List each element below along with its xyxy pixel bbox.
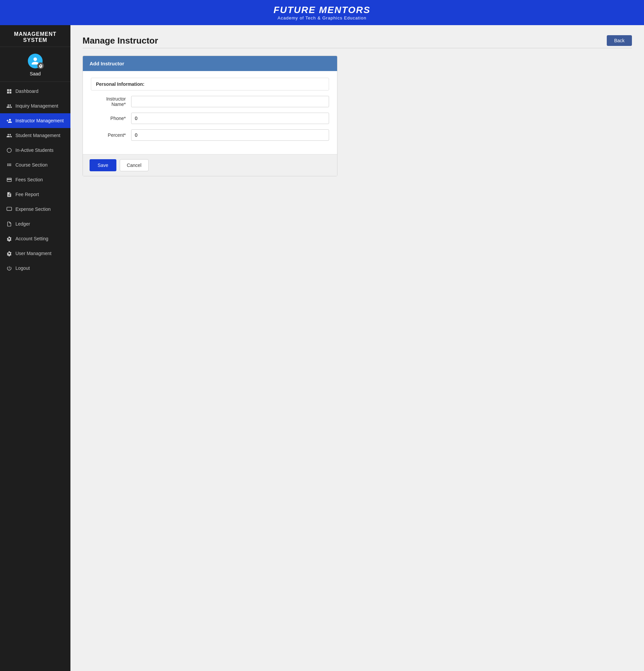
cancel-button[interactable]: Cancel [120, 159, 149, 171]
sidebar-item-feereport[interactable]: Fee Report [0, 187, 71, 202]
sidebar-label-instructor: Instructor Management [15, 118, 64, 123]
percent-input[interactable] [131, 129, 329, 141]
sidebar-label-feereport: Fee Report [15, 192, 39, 197]
sidebar-item-instructor[interactable]: Instructor Management [0, 113, 71, 128]
percent-group: Percent* [91, 129, 329, 141]
save-button[interactable]: Save [89, 159, 116, 171]
sidebar-item-course[interactable]: Course Section [0, 157, 71, 172]
logout-icon [6, 265, 12, 271]
avatar [28, 54, 42, 68]
main-content: Manage Instructor Back Add Instructor Pe… [71, 25, 644, 671]
expense-icon [6, 206, 12, 212]
sidebar: MANAGEMENT SYSTEM Saad Dashboard [0, 25, 71, 671]
ledger-icon [6, 221, 12, 227]
sidebar-label-usermgmt: User Managment [15, 251, 51, 256]
sidebar-item-account[interactable]: Account Setting [0, 231, 71, 246]
phone-label: Phone* [91, 116, 131, 121]
brand-title: FUTURE MENTORS [7, 5, 637, 15]
sidebar-item-fees[interactable]: Fees Section [0, 172, 71, 187]
sidebar-label-inactive: In-Active Students [15, 148, 54, 153]
instructor-name-input[interactable] [131, 96, 329, 107]
sidebar-item-student[interactable]: Student Management [0, 128, 71, 143]
sidebar-item-logout[interactable]: Logout [0, 261, 71, 276]
header-divider [83, 48, 632, 48]
sidebar-item-dashboard[interactable]: Dashboard [0, 84, 71, 99]
instructor-name-group: Instructor Name* [91, 96, 329, 107]
card-header: Add Instructor [83, 56, 337, 71]
instructor-name-label: Instructor Name* [91, 96, 131, 107]
percent-label: Percent* [91, 132, 131, 138]
course-icon [6, 162, 12, 168]
usermgmt-icon [6, 250, 12, 256]
inactive-icon [6, 147, 12, 153]
instructor-icon [6, 118, 12, 124]
sidebar-brand: MANAGEMENT SYSTEM [0, 25, 71, 47]
account-icon [6, 236, 12, 242]
gear-icon [39, 64, 43, 68]
sidebar-item-ledger[interactable]: Ledger [0, 216, 71, 231]
svg-point-0 [7, 148, 11, 152]
sidebar-item-usermgmt[interactable]: User Managment [0, 246, 71, 261]
sidebar-label-dashboard: Dashboard [15, 88, 39, 94]
sidebar-label-logout: Logout [15, 265, 30, 271]
dashboard-icon [6, 88, 12, 94]
fees-icon [6, 177, 12, 183]
section-label: Personal Information: [91, 78, 329, 90]
sidebar-item-inactive[interactable]: In-Active Students [0, 143, 71, 157]
sidebar-label-inquiry: Inquiry Management [15, 103, 58, 109]
sidebar-label-account: Account Setting [15, 236, 48, 241]
sidebar-label-student: Student Management [15, 133, 60, 138]
phone-group: Phone* [91, 113, 329, 124]
card-body: Personal Information: Instructor Name* P… [83, 71, 337, 154]
top-header: FUTURE MENTORS Academy of Tech & Graphic… [0, 0, 644, 25]
sidebar-nav: Dashboard Inquiry Management Instructor … [0, 84, 71, 276]
sidebar-profile: Saad [0, 47, 71, 82]
page-header: Manage Instructor Back [83, 35, 632, 46]
sidebar-label-course: Course Section [15, 162, 48, 168]
sidebar-label-fees: Fees Section [15, 177, 43, 182]
gear-overlay-icon [37, 62, 44, 69]
svg-rect-1 [7, 207, 11, 211]
add-instructor-card: Add Instructor Personal Information: Ins… [83, 56, 337, 176]
phone-input[interactable] [131, 113, 329, 124]
brand-subtitle: Academy of Tech & Graphics Education [7, 15, 637, 21]
feereport-icon [6, 191, 12, 198]
student-icon [6, 132, 12, 138]
page-title: Manage Instructor [83, 36, 158, 46]
inquiry-icon [6, 103, 12, 109]
card-footer: Save Cancel [83, 154, 337, 176]
sidebar-username: Saad [3, 71, 67, 76]
sidebar-label-expense: Expense Section [15, 206, 51, 212]
sidebar-item-expense[interactable]: Expense Section [0, 202, 71, 216]
sidebar-label-ledger: Ledger [15, 221, 30, 227]
back-button[interactable]: Back [607, 35, 632, 46]
sidebar-item-inquiry[interactable]: Inquiry Management [0, 99, 71, 113]
